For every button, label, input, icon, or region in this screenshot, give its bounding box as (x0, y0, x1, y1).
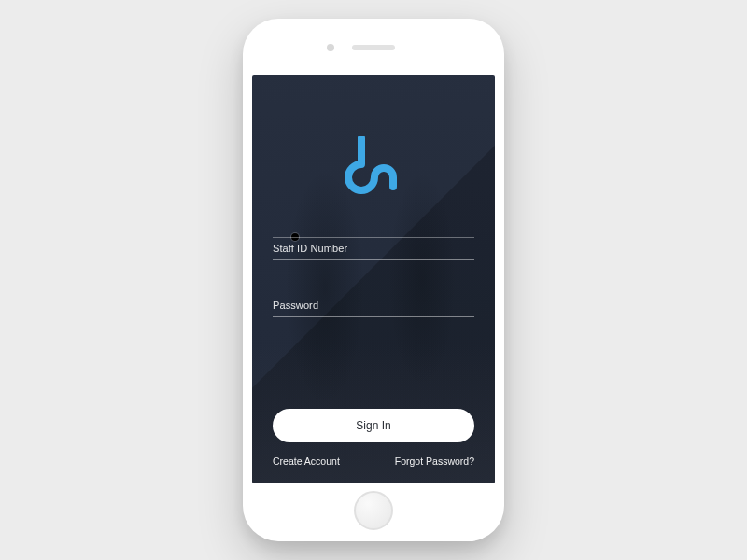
password-input[interactable] (273, 292, 474, 317)
login-form (273, 235, 474, 375)
password-field (273, 292, 474, 317)
device-home-button[interactable] (354, 491, 393, 530)
phone-device-frame: Sign In Create Account Forgot Password? (243, 19, 504, 541)
logo-wrap (273, 136, 474, 194)
footer-links: Create Account Forgot Password? (273, 455, 474, 467)
forgot-password-link[interactable]: Forgot Password? (395, 455, 474, 467)
staff-id-field (273, 235, 474, 260)
device-speaker (352, 45, 395, 50)
device-camera-dot (327, 44, 334, 51)
dn-logo-icon (341, 136, 406, 194)
create-account-link[interactable]: Create Account (273, 455, 340, 467)
app-screen: Sign In Create Account Forgot Password? (252, 75, 495, 483)
sign-in-button[interactable]: Sign In (273, 409, 474, 442)
staff-id-input[interactable] (273, 235, 474, 260)
